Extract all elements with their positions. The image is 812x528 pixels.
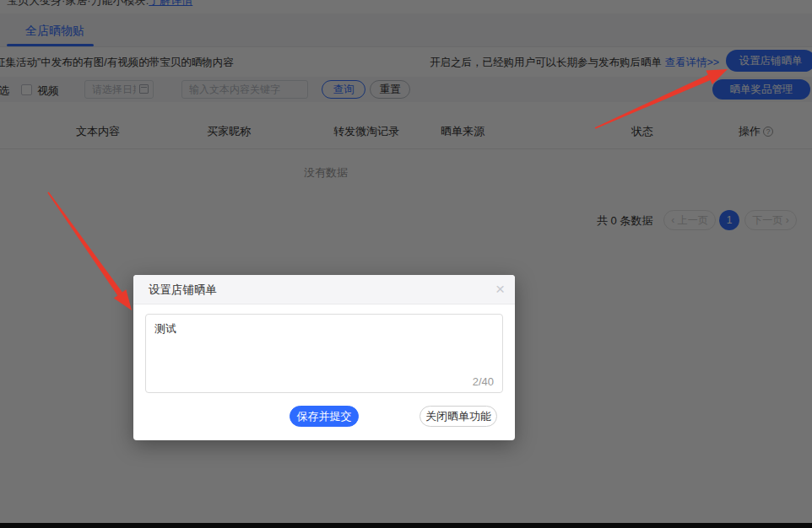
- close-icon[interactable]: ×: [495, 279, 505, 299]
- modal-header: 设置店铺晒单 ×: [133, 275, 515, 304]
- save-submit-button[interactable]: 保存并提交: [290, 406, 359, 427]
- modal-overlay[interactable]: [0, 0, 812, 528]
- share-text-field-wrap: 测试 2/40: [145, 314, 503, 393]
- screen: 宝贝大变身·家居·万能小模块:了解详情 全店晒物贴 征集活动”中发布的有图/有视…: [0, 0, 812, 528]
- modal-title: 设置店铺晒单: [149, 275, 217, 304]
- char-counter: 2/40: [473, 375, 494, 388]
- share-text-input[interactable]: 测试: [146, 315, 502, 375]
- close-feature-button[interactable]: 关闭晒单功能: [420, 406, 497, 427]
- setup-shop-share-modal: 设置店铺晒单 × 测试 2/40 保存并提交 关闭晒单功能: [133, 275, 515, 440]
